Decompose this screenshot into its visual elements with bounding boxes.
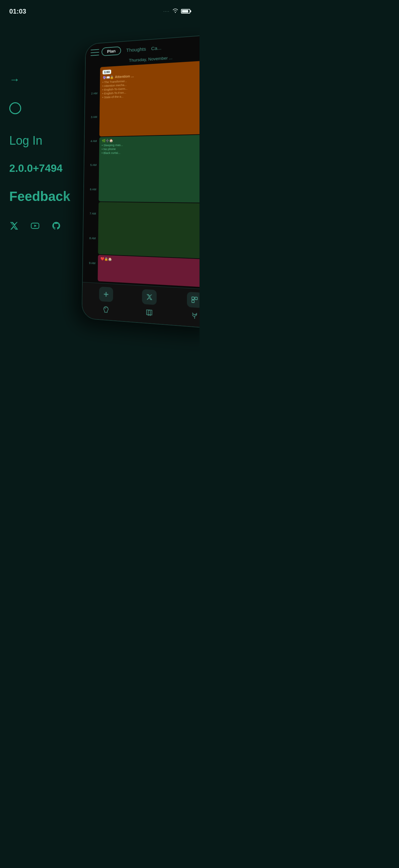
svg-rect-6 (192, 300, 194, 303)
x-close-button[interactable] (142, 289, 157, 305)
hamburger-button[interactable] (91, 49, 99, 56)
time-badge: 1:03 (103, 69, 111, 74)
battery-icon (181, 9, 190, 13)
brain-icon[interactable] (102, 305, 109, 316)
svg-line-3 (104, 294, 108, 294)
svg-marker-1 (34, 225, 37, 227)
time-slot-1am (86, 67, 100, 92)
svg-rect-4 (192, 297, 194, 300)
moon-crescent-icon (9, 102, 21, 114)
events-area: 1:03 🔮📖🔒 Attention ... • The Transformer… (97, 60, 199, 293)
event-pink[interactable]: ❤️🔒🏠 (98, 255, 199, 288)
feedback-button[interactable]: Feedback (9, 189, 90, 204)
login-button[interactable]: Log In (9, 134, 90, 148)
time-slot-3am: 3 AM (85, 115, 99, 139)
event-attention[interactable]: 1:03 🔮📖🔒 Attention ... • The Transformer… (99, 60, 199, 137)
arrow-button[interactable]: → (9, 73, 90, 86)
time-slot-4am: 4 AM (85, 139, 99, 163)
event-sleep[interactable]: 🌿➕🏠 • Sleeping mas... • No phone • Black… (99, 134, 199, 203)
youtube-icon[interactable] (30, 221, 40, 233)
tab-plan[interactable]: Plan (102, 46, 122, 56)
version-label: 2.0.0+7494 (9, 162, 90, 175)
event-pink-header: ❤️🔒🏠 (101, 257, 199, 266)
tab-thoughts[interactable]: Thoughts (126, 46, 146, 53)
plant-icon[interactable] (191, 311, 199, 323)
x-twitter-icon[interactable] (9, 221, 19, 233)
time-slot-2am: 2 AM (85, 91, 99, 115)
github-icon[interactable] (52, 221, 61, 233)
phone-bottombar (82, 282, 199, 329)
timeline: 2 AM 3 AM 4 AM 5 AM 6 AM 7 AM 8 AM 9 AM … (83, 60, 199, 293)
social-icons-row (9, 221, 90, 233)
time-slot-8am: 8 AM (83, 236, 98, 261)
event-attention-title: Attention ... (115, 74, 134, 79)
event-icons: 🔮📖🔒 (103, 75, 114, 79)
event-sleep-header: 🌿➕🏠 (102, 136, 199, 142)
event-empty[interactable] (98, 202, 199, 259)
add-button[interactable] (99, 287, 113, 302)
phone-mockup: Plan Thoughts Ca... Thursday, November .… (82, 34, 199, 329)
extra-button[interactable] (187, 292, 199, 308)
moon-button[interactable] (9, 102, 90, 117)
tab-calendar[interactable]: Ca... (151, 45, 162, 51)
status-icons: ···· (163, 8, 190, 14)
book-icon[interactable] (145, 308, 153, 319)
sleep-icons: 🌿➕🏠 (102, 139, 113, 142)
phone-screen: Plan Thoughts Ca... Thursday, November .… (82, 35, 199, 329)
svg-rect-5 (195, 297, 198, 300)
time-slot-6am: 6 AM (84, 187, 98, 212)
wifi-icon (172, 8, 178, 14)
pink-icons: ❤️🔒🏠 (101, 257, 112, 261)
time-labels: 2 AM 3 AM 4 AM 5 AM 6 AM 7 AM 8 AM 9 AM (83, 67, 100, 286)
signal-icon: ···· (163, 9, 170, 13)
time-slot-5am: 5 AM (84, 163, 99, 187)
time-slot-7am: 7 AM (84, 211, 98, 236)
